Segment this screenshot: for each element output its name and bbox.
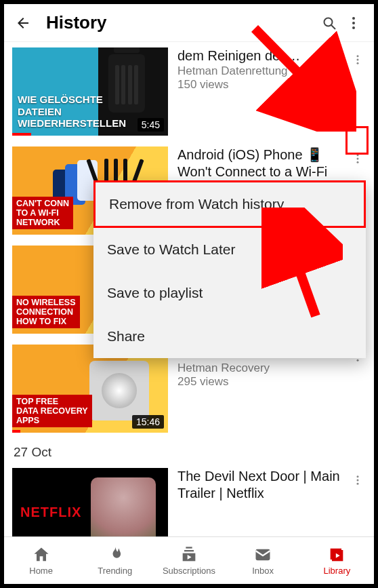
bottom-navigation: Home Trending Subscriptions Inbox Librar…: [4, 536, 374, 584]
video-title: The Devil Next Door | Main Trailer | Net…: [177, 468, 348, 502]
nav-trending[interactable]: Trending: [78, 545, 152, 576]
subscriptions-icon: [180, 545, 198, 564]
svg-point-5: [357, 55, 359, 57]
thumbnail-red-tag: TOP FREE DATA RECOVERY APPS: [12, 395, 92, 427]
annotation-arrow-icon: [261, 208, 343, 330]
back-button[interactable]: [12, 15, 34, 31]
video-thumbnail[interactable]: WIE GELÖSCHTE DATEIEN WIEDERHERSTELLEN 5…: [12, 47, 168, 136]
watch-progress: [12, 430, 20, 433]
back-arrow-icon: [15, 15, 31, 31]
nav-home[interactable]: Home: [4, 545, 78, 576]
svg-point-9: [357, 158, 359, 160]
video-views: 295 views: [177, 375, 348, 389]
svg-point-10: [357, 161, 359, 163]
video-channel: Hetman Recovery: [177, 361, 348, 375]
watch-progress: [12, 133, 31, 136]
library-icon: [327, 545, 346, 564]
nav-label: Home: [29, 566, 53, 576]
svg-line-17: [255, 28, 336, 111]
video-row[interactable]: NETFLIX The Devil Next Door | Main Trail…: [4, 463, 374, 536]
nav-subscriptions[interactable]: Subscriptions: [152, 545, 226, 576]
nav-library[interactable]: Library: [300, 545, 374, 576]
netflix-logo: NETFLIX: [20, 505, 81, 520]
video-duration: 5:45: [138, 118, 164, 132]
svg-rect-21: [186, 547, 192, 548]
video-thumbnail[interactable]: NETFLIX: [12, 468, 168, 536]
home-icon: [32, 545, 51, 564]
svg-point-13: [357, 359, 359, 361]
svg-point-6: [357, 59, 359, 61]
svg-point-14: [357, 475, 359, 477]
nav-label: Subscriptions: [163, 566, 215, 576]
nav-label: Inbox: [252, 566, 274, 576]
annotation-arrow-icon: [241, 16, 356, 132]
video-duration: 15:46: [132, 415, 164, 429]
svg-line-18: [282, 221, 316, 316]
trending-flame-icon: [106, 545, 125, 564]
inbox-icon: [253, 545, 272, 564]
date-section-header: 27 Oct: [4, 438, 374, 463]
thumbnail-overlay-text: WIE GELÖSCHTE DATEIEN WIEDERHERSTELLEN: [18, 94, 126, 129]
video-overflow-button[interactable]: [348, 471, 367, 490]
nav-inbox[interactable]: Inbox: [226, 545, 300, 576]
nav-label: Library: [323, 566, 350, 576]
overflow-menu-icon: [352, 474, 364, 486]
nav-label: Trending: [98, 566, 132, 576]
thumbnail-red-tag: NO WIRELESS CONNECTION HOW TO FIX: [12, 296, 80, 328]
thumbnail-red-tag: CAN'T CONN TO A WI-FI NETWORK: [12, 197, 73, 229]
video-meta: The Devil Next Door | Main Trailer | Net…: [177, 468, 366, 536]
svg-point-15: [357, 479, 359, 482]
svg-point-7: [357, 62, 359, 64]
svg-point-16: [357, 483, 359, 485]
svg-rect-20: [184, 550, 194, 551]
